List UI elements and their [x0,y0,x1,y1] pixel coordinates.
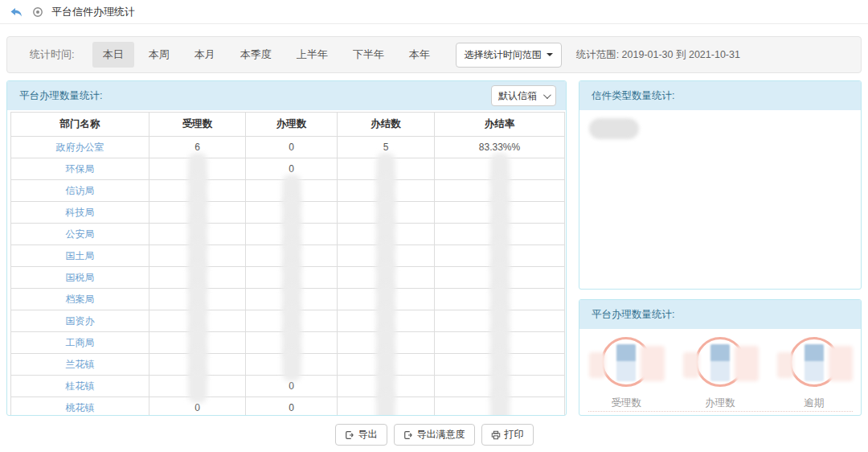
back-icon[interactable] [10,6,23,18]
table-header-row: 部门名称 受理数 办理数 办结数 办结率 [11,113,565,137]
table-cell [149,376,246,397]
print-icon [491,430,501,440]
export-button-label: 导出 [358,428,378,442]
letter-type-panel: 信件类型数量统计: [579,80,862,290]
gauge-accepted: 受理数 [579,335,674,410]
dept-link[interactable]: 政府办公室 [11,137,149,158]
gauge-label: 办理数 [674,397,768,410]
gauge-ring [695,337,745,387]
redacted-blob [616,344,636,381]
redacted-blob [777,352,793,378]
top-title-bar: 平台信件办理统计 [0,0,868,24]
table-cell: 0 [246,137,338,158]
col-processing: 办理数 [246,113,338,137]
col-completed: 办结数 [338,113,435,137]
stat-range-text: 统计范围: 2019-01-30 到 2021-10-31 [576,48,740,62]
dept-link[interactable]: 国税局 [11,267,149,289]
dept-link[interactable]: 国土局 [11,245,149,267]
tab-this-year[interactable]: 本年 [399,42,440,68]
dept-stats-panel-title: 平台办理数量统计: [19,89,102,103]
page-title: 平台信件办理统计 [51,5,135,19]
print-button[interactable]: 打印 [481,424,534,446]
redacted-blob [683,352,699,378]
select-time-range-label: 选择统计时间范围 [465,48,542,62]
platform-gauges-panel-title: 平台办理数量统计: [592,308,674,322]
redacted-blob [589,118,639,139]
redacted-blob [589,352,605,378]
mailbox-select[interactable]: 默认信箱 [491,85,556,106]
dept-link[interactable]: 信访局 [11,180,149,202]
export-icon [403,430,413,440]
redacted-blob [376,392,395,416]
dept-link[interactable]: 桂花镇 [11,376,149,397]
dept-link[interactable]: 公安局 [11,224,149,245]
redacted-blob [490,392,510,416]
table-row: 政府办公室60583.33%% [11,137,565,158]
tab-second-half-year[interactable]: 下半年 [342,42,395,68]
chevron-down-icon [543,91,551,99]
dept-stats-table: 部门名称 受理数 办理数 办结数 办结率 政府办公室60583.33%%环保局0… [10,112,565,416]
tab-this-month[interactable]: 本月 [184,42,226,68]
redacted-blob [735,346,759,381]
tab-this-week[interactable]: 本周 [138,42,180,68]
dept-stats-panel-header: 平台办理数量统计: 默认信箱 [7,81,566,110]
letter-type-panel-title: 信件类型数量统计: [592,89,674,103]
redacted-blob [710,344,730,381]
gauge-overdue: 逾期 [767,335,861,410]
dept-link[interactable]: 国资办 [11,310,149,332]
table-cell [435,397,565,417]
redacted-blob [282,348,301,381]
redacted-blob [641,346,665,381]
table-cell [338,397,435,417]
tab-today[interactable]: 本日 [92,42,134,68]
table-cell [246,354,338,376]
dept-link[interactable]: 桃花镇 [11,397,149,417]
dept-link[interactable]: 档案局 [11,289,149,310]
tab-this-quarter[interactable]: 本季度 [230,42,282,68]
time-filter-toolbar: 统计时间: 本日 本周 本月 本季度 上半年 下半年 本年 选择统计时间范围 统… [6,36,862,73]
platform-gauges-panel: 平台办理数量统计: 受理数 办理数 逾期 [579,299,862,416]
table-row: 兰花镇 [11,354,565,376]
redacted-blob [805,344,824,381]
gauges-row: 受理数 办理数 逾期 [579,329,861,410]
caret-down-icon [547,53,553,56]
dept-link[interactable]: 环保局 [11,158,149,180]
export-satisfaction-button[interactable]: 导出满意度 [394,424,475,446]
export-button[interactable]: 导出 [335,424,387,446]
platform-gauges-panel-header: 平台办理数量统计: [579,300,861,329]
redacted-blob [188,370,207,403]
select-time-range-button[interactable]: 选择统计时间范围 [456,43,562,68]
tab-first-half-year[interactable]: 上半年 [286,42,338,68]
table-cell: 0 [246,397,338,417]
redacted-blob [829,346,853,381]
col-dept-name: 部门名称 [11,113,149,137]
gauge-ring [789,337,839,387]
export-icon [345,430,354,440]
export-satisfaction-button-label: 导出满意度 [417,428,465,442]
print-button-label: 打印 [505,428,524,442]
dept-link[interactable]: 工商局 [11,332,149,354]
col-accepted: 受理数 [149,113,246,137]
footer-actions: 导出 导出满意度 打印 [0,424,868,446]
dept-link[interactable]: 兰花镇 [11,354,149,376]
dept-stats-panel: 平台办理数量统计: 默认信箱 部门名称 受理数 办理数 办结数 办结率 政府办公… [6,80,567,416]
gauge-label: 受理数 [579,397,674,410]
time-filter-label: 统计时间: [30,47,75,62]
gauge-label: 逾期 [767,397,861,410]
table-row: 桃花镇00 [11,397,565,417]
col-completion-rate: 办结率 [435,113,565,137]
eye-icon [32,6,43,18]
letter-type-panel-header: 信件类型数量统计: [579,81,861,110]
mailbox-select-value: 默认信箱 [498,89,537,103]
dotted-divider [588,411,853,412]
gauge-processing: 办理数 [674,335,768,410]
dept-link[interactable]: 科技局 [11,202,149,224]
gauge-ring [601,337,651,387]
